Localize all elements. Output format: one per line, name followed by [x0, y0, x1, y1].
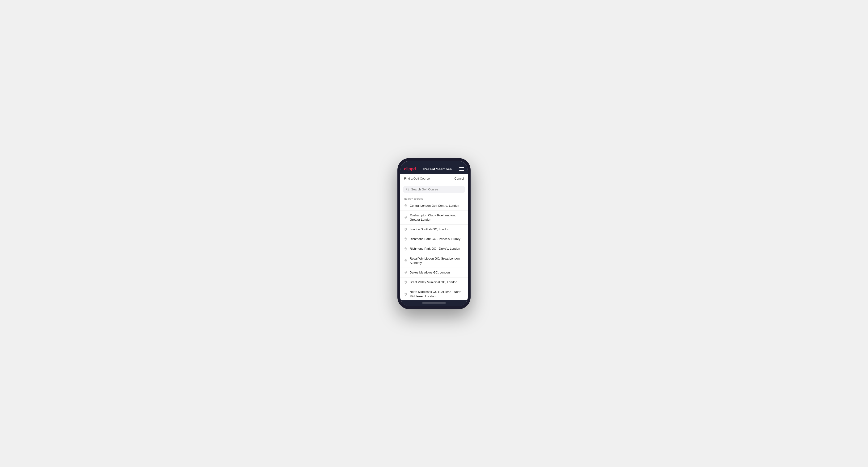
svg-point-10: [405, 293, 406, 294]
course-name: Brent Valley Municipal GC, London: [410, 280, 457, 284]
cancel-button[interactable]: Cancel: [455, 177, 464, 180]
pin-icon: [404, 228, 407, 231]
pin-icon: [404, 271, 407, 274]
pin-icon: [404, 281, 407, 284]
app-logo: clippd: [404, 166, 416, 172]
search-input[interactable]: [411, 188, 462, 191]
pin-icon: [404, 247, 407, 251]
course-list-item[interactable]: Richmond Park GC - Duke's, London: [400, 244, 468, 254]
course-list-item[interactable]: Royal Wimbledon GC, Great London Authori…: [400, 254, 468, 268]
course-name: Richmond Park GC - Duke's, London: [410, 247, 460, 251]
pin-icon: [404, 216, 407, 219]
app-header: clippd Recent Searches: [400, 164, 468, 174]
course-list-item[interactable]: London Scottish GC, London: [400, 225, 468, 234]
search-box: [403, 186, 465, 193]
course-name: Richmond Park GC - Prince's, Surrey: [410, 237, 460, 241]
pin-icon: [404, 238, 407, 241]
search-icon: [406, 188, 409, 191]
svg-point-6: [405, 248, 406, 249]
phone-device: clippd Recent Searches Find a Golf Cours…: [397, 158, 471, 309]
nearby-label: Nearby courses: [400, 195, 468, 201]
svg-point-4: [405, 229, 406, 229]
header-title: Recent Searches: [423, 167, 452, 171]
search-container: [400, 183, 468, 195]
phone-screen: clippd Recent Searches Find a Golf Cours…: [400, 161, 468, 306]
home-indicator: [400, 300, 468, 306]
course-list-item[interactable]: Brent Valley Municipal GC, London: [400, 278, 468, 287]
pin-icon: [404, 292, 407, 296]
course-list-item[interactable]: Dukes Meadows GC, London: [400, 268, 468, 278]
course-list-item[interactable]: Richmond Park GC - Prince's, Surrey: [400, 234, 468, 244]
course-list-item[interactable]: North Middlesex GC (1011942 - North Midd…: [400, 287, 468, 300]
course-name: Roehampton Club - Roehampton, Greater Lo…: [410, 213, 464, 222]
svg-point-7: [405, 260, 406, 261]
svg-point-2: [405, 205, 406, 206]
pin-icon: [404, 204, 407, 208]
svg-point-5: [405, 238, 406, 239]
svg-point-8: [405, 272, 406, 273]
course-name: London Scottish GC, London: [410, 227, 449, 231]
course-list: Central London Golf Centre, LondonRoeham…: [400, 201, 468, 300]
course-name: North Middlesex GC (1011942 - North Midd…: [410, 290, 464, 298]
home-bar: [422, 303, 446, 304]
svg-line-1: [408, 190, 409, 191]
course-list-item[interactable]: Central London Golf Centre, London: [400, 201, 468, 211]
course-name: Royal Wimbledon GC, Great London Authori…: [410, 256, 464, 265]
svg-point-9: [405, 282, 406, 282]
course-name: Dukes Meadows GC, London: [410, 271, 450, 275]
find-label: Find a Golf Course: [404, 177, 430, 180]
pin-icon: [404, 259, 407, 262]
course-list-item[interactable]: Roehampton Club - Roehampton, Greater Lo…: [400, 211, 468, 225]
course-name: Central London Golf Centre, London: [410, 204, 459, 208]
find-bar: Find a Golf Course Cancel: [400, 174, 468, 183]
content-area: Find a Golf Course Cancel Nearby courses…: [400, 174, 468, 300]
nearby-section: Nearby courses Central London Golf Centr…: [400, 195, 468, 300]
menu-icon[interactable]: [459, 167, 464, 170]
status-bar: [400, 161, 468, 164]
svg-point-3: [405, 217, 406, 218]
